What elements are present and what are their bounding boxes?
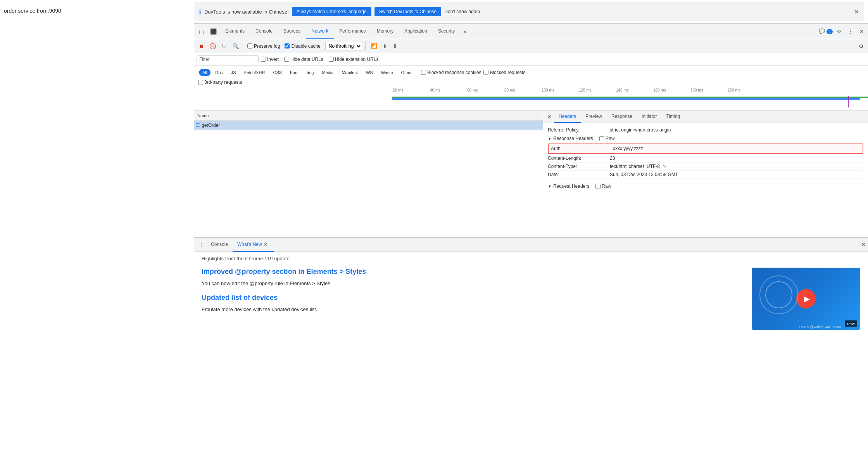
content-type-key: Content-Type: [548,164,610,169]
inspect-element-icon[interactable]: ⬚ [196,28,207,35]
detail-tab-timing[interactable]: Timing [661,111,685,123]
auth-row: Auth: xxxx.yyyy.zzzz [548,144,863,154]
hide-ext-urls-checkbox[interactable] [329,57,334,62]
blocked-requests-checkbox[interactable] [483,70,488,75]
whats-new-header: Highlights from the Chrome 119 update [202,256,860,261]
detail-tab-initiator[interactable]: Initiator [637,111,661,123]
type-btn-css[interactable]: CSS [269,69,285,76]
referrer-policy-row: Referrer Policy: strict-origin-when-cros… [548,126,863,134]
tab-memory[interactable]: Memory [371,24,399,39]
preserve-log-checkbox[interactable] [247,43,252,48]
filter-input[interactable] [197,55,259,63]
network-settings-button[interactable]: ⚙ [857,42,866,50]
type-btn-all[interactable]: All [199,69,211,76]
filter-toggle-button[interactable]: ⛉ [219,42,229,50]
whats-new-desc-2: Emulate more devices with the updated de… [202,306,744,313]
hide-data-urls-label[interactable]: Hide data URLs [284,57,323,62]
tab-application[interactable]: Application [399,24,433,39]
type-btn-img[interactable]: Img [303,69,317,76]
preserve-log-checkbox-label[interactable]: Preserve log [247,43,280,49]
request-row-getorder[interactable]: ☰ getOrder [194,121,543,130]
browser-title: order service from:9090 [4,8,61,14]
third-party-label[interactable]: 3rd-party requests [198,80,864,85]
more-tabs-button[interactable]: » [460,28,469,35]
referrer-policy-value: strict-origin-when-cross-origin [610,127,863,133]
bottom-panel-close-button[interactable]: ✕ [861,241,866,248]
blocked-requests-label[interactable]: Blocked requests [483,70,525,75]
import-har-button[interactable]: ⬆ [381,42,389,50]
detail-tab-response[interactable]: Response [607,111,637,123]
type-btn-ws[interactable]: WS [362,69,376,76]
chat-icon[interactable]: 💬1 [819,28,833,34]
tab-sources[interactable]: Sources [278,24,306,39]
hide-data-urls-checkbox[interactable] [284,57,289,62]
toolbar-divider-2 [365,42,366,50]
notification-close-button[interactable]: ✕ [854,8,859,16]
devtools-more-button[interactable]: ⋮ [846,27,856,36]
bottom-more-button[interactable]: ⋮ [196,242,206,248]
raw2-checkbox-label[interactable]: Raw [595,183,611,189]
type-btn-js[interactable]: JS [228,69,240,76]
dont-show-again-button[interactable]: Don't show again [444,9,480,14]
clear-button[interactable]: 🚫 [207,42,218,50]
type-filter-extras: Blocked response cookies Blocked request… [421,70,525,75]
whats-new-title-2[interactable]: Updated list of devices [202,294,744,302]
search-button[interactable]: 🔍 [230,42,241,50]
invert-checkbox[interactable] [261,57,266,62]
type-btn-font[interactable]: Font [286,69,302,76]
detail-close-button[interactable]: ✕ [545,114,554,120]
request-type-icon: ☰ [196,123,200,128]
bottom-tab-whats-new[interactable]: What's New ✕ [233,238,274,252]
date-key: Date: [548,172,610,177]
type-btn-media[interactable]: Media [318,69,337,76]
devtools-close-button[interactable]: ✕ [857,27,866,36]
tab-security[interactable]: Security [433,24,460,39]
whats-new-thumbnail[interactable]: ▶ new CSDN @weixin_44612248 [752,268,860,330]
request-list-header: Name [194,111,543,121]
raw2-checkbox[interactable] [595,184,601,189]
always-match-button[interactable]: Always match Chrome's language [292,7,371,16]
disable-cache-checkbox[interactable] [285,43,290,48]
network-conditions-button[interactable]: 📶 [369,42,379,50]
record-button[interactable]: ⏺ [197,42,206,50]
close-whats-new-tab[interactable]: ✕ [262,242,269,247]
throttle-select[interactable]: No throttling Fast 3G Slow 3G Offline [325,42,362,50]
tab-network[interactable]: Network [306,24,334,39]
type-btn-fetch-xhr[interactable]: Fetch/XHR [241,69,269,76]
type-btn-wasm[interactable]: Wasm [378,69,397,76]
export-har-button[interactable]: ⬇ [391,42,399,50]
content-type-value: text/html;charset=UTF-8 ✎ [610,164,863,169]
whats-new-title-1[interactable]: Improved @property section in Elements >… [202,268,744,276]
timeline-ruler: 20 ms 40 ms 60 ms 80 ms 100 ms 120 ms 14… [194,87,868,92]
switch-devtools-button[interactable]: Switch DevTools to Chinese [374,7,442,16]
type-btn-doc[interactable]: Doc [212,69,226,76]
bottom-panel-content: Highlights from the Chrome 119 update Im… [194,252,868,462]
bottom-panel-tab-bar: ⋮ Console What's New ✕ ✕ [194,238,868,252]
disable-cache-checkbox-label[interactable]: Disable cache [285,43,320,49]
third-party-checkbox[interactable] [198,80,203,85]
play-button[interactable]: ▶ [796,289,816,308]
edit-content-type-icon[interactable]: ✎ [663,164,666,169]
tab-elements[interactable]: Elements [220,24,250,39]
device-toolbar-icon[interactable]: ⬛ [207,28,220,35]
devtools-settings-button[interactable]: ⚙ [834,27,844,36]
raw-checkbox[interactable] [599,136,604,141]
detail-tab-headers[interactable]: Headers [554,111,581,123]
blocked-cookies-label[interactable]: Blocked response cookies [421,70,481,75]
tab-console[interactable]: Console [250,24,278,39]
tab-performance[interactable]: Performance [334,24,371,39]
mark-20ms: 20 ms [392,88,429,92]
mark-200ms: 200 ms [727,88,764,92]
thumbnail-new-badge: new [845,320,857,327]
type-btn-other[interactable]: Other [397,69,415,76]
raw-checkbox-label[interactable]: Raw [599,136,615,141]
hide-ext-urls-label[interactable]: Hide extension URLs [329,57,379,62]
blocked-cookies-checkbox[interactable] [421,70,426,75]
bottom-tab-console[interactable]: Console [206,238,233,252]
devtools-notification-bar: ℹ DevTools is now available in Chinese! … [194,2,864,21]
content-length-key: Content-Length: [548,156,610,161]
type-btn-manifest[interactable]: Manifest [338,69,361,76]
invert-checkbox-label[interactable]: Invert [261,57,279,62]
detail-tab-preview[interactable]: Preview [581,111,607,123]
network-toolbar: ⏺ 🚫 ⛉ 🔍 Preserve log Disable cache No th… [194,39,868,53]
